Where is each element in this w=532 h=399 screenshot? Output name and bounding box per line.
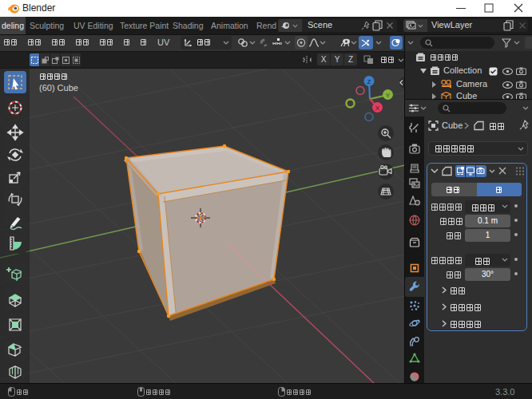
svg-text:Z: Z [367, 78, 371, 85]
svg-text:X: X [375, 105, 380, 112]
svg-text:Y: Y [386, 92, 391, 99]
